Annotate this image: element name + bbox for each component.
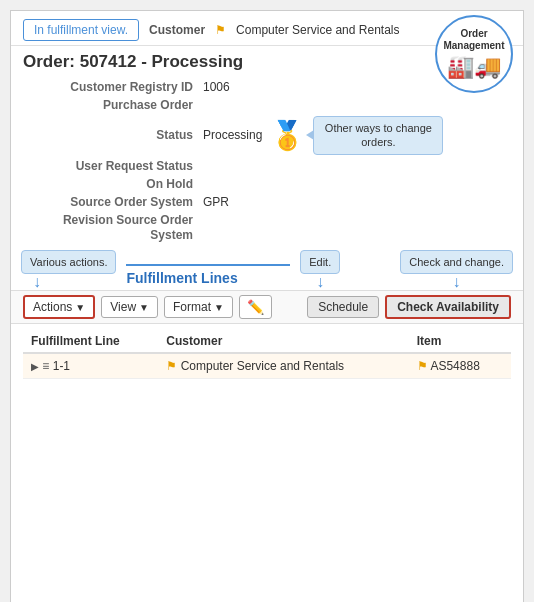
actions-label: Actions: [33, 300, 72, 314]
format-button[interactable]: Format ▼: [164, 296, 233, 318]
tab-title-area: Fulfillment Lines: [116, 258, 300, 290]
pencil-icon: ✏️: [247, 299, 264, 315]
cell-item-value: AS54888: [430, 359, 479, 373]
cell-customer: ⚑ Computer Service and Rentals: [158, 353, 408, 379]
field-source-order-system: Source Order System GPR: [23, 195, 511, 209]
check-change-callout: Check and change.: [400, 250, 513, 274]
purchase-order-label: Purchase Order: [23, 98, 203, 112]
cell-fulfillment-line: ▶ ≡ 1-1: [23, 353, 158, 379]
tab-title[interactable]: Fulfillment Lines: [126, 270, 237, 286]
edit-annotation: Edit. ↓: [300, 250, 340, 290]
page-header: In fulfillment view. Customer ⚑ Computer…: [11, 11, 523, 46]
cell-customer-value: Computer Service and Rentals: [181, 359, 344, 373]
status-value: Processing: [203, 128, 262, 142]
status-label: Status: [23, 128, 203, 142]
various-actions-callout: Various actions.: [21, 250, 116, 274]
table-header-row: Fulfillment Line Customer Item: [23, 330, 511, 353]
source-order-system-value: GPR: [203, 195, 229, 209]
col-header-item: Item: [409, 330, 511, 353]
user-request-status-label: User Request Status: [23, 159, 203, 173]
source-order-system-label: Source Order System: [23, 195, 203, 209]
item-flag-icon: ⚑: [417, 359, 428, 373]
status-callout: Other ways to change orders.: [313, 116, 443, 155]
registry-id-value: 1006: [203, 80, 230, 94]
status-section: Processing 🥇 Other ways to change orders…: [203, 116, 443, 155]
annotations-row: Various actions. ↓ Fulfillment Lines Edi…: [11, 248, 523, 290]
check-change-annotation: Check and change. ↓: [400, 250, 513, 290]
customer-label: Customer: [149, 23, 205, 37]
col-header-customer: Customer: [158, 330, 408, 353]
field-purchase-order: Purchase Order: [23, 98, 511, 112]
field-registry-id: Customer Registry ID 1006: [23, 80, 511, 94]
edit-pencil-button[interactable]: ✏️: [239, 295, 272, 319]
on-hold-label: On Hold: [23, 177, 203, 191]
fulfillment-view-button[interactable]: In fulfillment view.: [23, 19, 139, 41]
format-caret-icon: ▼: [214, 302, 224, 313]
page-container: In fulfillment view. Customer ⚑ Computer…: [10, 10, 524, 602]
edit-arrow: ↓: [316, 274, 324, 290]
view-button[interactable]: View ▼: [101, 296, 158, 318]
revision-source-label: Revision Source OrderSystem: [23, 213, 203, 244]
table-container: Fulfillment Line Customer Item ▶ ≡ 1-1: [11, 330, 523, 379]
customer-row-flag-icon: ⚑: [166, 359, 177, 373]
fields-area: Customer Registry ID 1006 Purchase Order…: [11, 74, 523, 244]
registry-id-label: Customer Registry ID: [23, 80, 203, 94]
view-caret-icon: ▼: [139, 302, 149, 313]
table-row[interactable]: ▶ ≡ 1-1 ⚑ Computer Service and Rentals ⚑…: [23, 353, 511, 379]
check-availability-button[interactable]: Check Availability: [385, 295, 511, 319]
badge-title: Order Management: [441, 28, 507, 52]
format-label: Format: [173, 300, 211, 314]
customer-flag-icon: ⚑: [215, 23, 226, 37]
actions-button[interactable]: Actions ▼: [23, 295, 95, 319]
row-expand-icon[interactable]: ▶: [31, 361, 39, 372]
various-actions-annotation: Various actions. ↓: [21, 250, 116, 290]
check-change-arrow: ↓: [453, 274, 461, 290]
building-truck-icon: 🏭🚚: [447, 54, 501, 80]
award-icon: 🥇: [270, 119, 305, 152]
field-revision-source: Revision Source OrderSystem: [23, 213, 511, 244]
schedule-button[interactable]: Schedule: [307, 296, 379, 318]
customer-value: Computer Service and Rentals: [236, 23, 399, 37]
order-management-badge: Order Management 🏭🚚: [435, 15, 513, 93]
field-status: Status Processing 🥇 Other ways to change…: [23, 116, 511, 155]
edit-callout: Edit.: [300, 250, 340, 274]
actions-caret-icon: ▼: [75, 302, 85, 313]
cell-item: ⚑ AS54888: [409, 353, 511, 379]
page-title: Order: 507412 - Processing: [23, 52, 243, 71]
cell-line-value: 1-1: [53, 359, 70, 373]
view-label: View: [110, 300, 136, 314]
row-doc-icon: ≡: [42, 359, 49, 373]
col-header-fulfillment-line: Fulfillment Line: [23, 330, 158, 353]
various-actions-arrow: ↓: [21, 274, 41, 290]
tab-divider: [126, 264, 290, 266]
field-on-hold: On Hold: [23, 177, 511, 191]
field-user-request-status: User Request Status: [23, 159, 511, 173]
toolbar: Actions ▼ View ▼ Format ▼ ✏️ Schedule Ch…: [11, 290, 523, 324]
fulfillment-lines-table: Fulfillment Line Customer Item ▶ ≡ 1-1: [23, 330, 511, 379]
